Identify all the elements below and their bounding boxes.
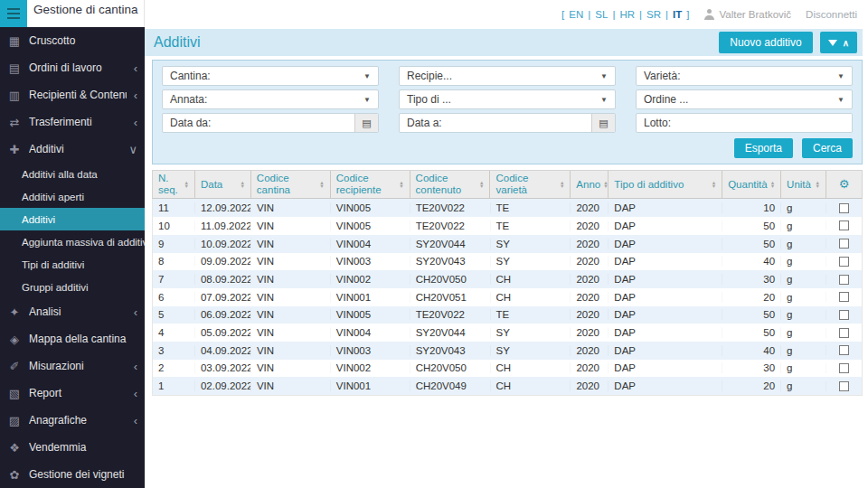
cell-seq: 6: [153, 292, 194, 303]
sidebar-subitem-additivi[interactable]: Additivi: [0, 208, 145, 230]
column-header-data[interactable]: Data: [194, 171, 250, 198]
language-link-sr[interactable]: SR: [646, 9, 661, 20]
sidebar-subitem-tipi-di-additivi[interactable]: Tipi di additivi: [0, 253, 145, 276]
data-da-calendar-button[interactable]: ▤: [354, 114, 378, 132]
table-row[interactable]: 9 10.09.2022 VIN VIN004 SY20V044 SY 2020…: [153, 235, 862, 253]
tipo-additivo-filter-dropdown[interactable]: Tipo di ... ▼: [399, 89, 616, 109]
cell-codice-varieta: CH: [490, 292, 571, 303]
row-checkbox[interactable]: [839, 345, 849, 355]
column-header-unita[interactable]: Unità: [780, 171, 826, 198]
table-row[interactable]: 11 12.09.2022 VIN VIN005 TE20V022 TE 202…: [153, 199, 862, 217]
column-header-seq[interactable]: N. seq.: [153, 171, 194, 198]
table-row[interactable]: 3 04.09.2022 VIN VIN003 SY20V043 SY 2020…: [153, 342, 862, 360]
topbar: [ EN | SL | HR | SR | IT ] Valter Bratko…: [145, 0, 868, 29]
data-a-input[interactable]: [442, 114, 591, 132]
cell-codice-cantina: VIN: [250, 309, 330, 320]
column-settings-button[interactable]: ⚙: [826, 171, 862, 198]
row-checkbox[interactable]: [839, 221, 849, 230]
row-checkbox[interactable]: [839, 328, 849, 338]
sidebar-item-gestione-dei-vigneti[interactable]: ✿ Gestione dei vigneti: [0, 461, 145, 488]
cell-codice-recipiente: VIN005: [330, 309, 410, 320]
cell-anno: 2020: [570, 292, 608, 303]
logout-link[interactable]: Disconnetti: [806, 9, 857, 20]
cell-data: 12.09.2022: [194, 202, 250, 213]
table-row[interactable]: 5 06.09.2022 VIN VIN005 TE20V022 TE 2020…: [153, 306, 862, 324]
table-row[interactable]: 10 11.09.2022 VIN VIN005 TE20V022 TE 202…: [153, 217, 862, 235]
cantina-filter-dropdown[interactable]: Cantina: ▼: [162, 66, 379, 86]
lotto-input[interactable]: [671, 114, 852, 132]
sidebar-subitem-gruppi-additivi[interactable]: Gruppi additivi: [0, 276, 145, 298]
row-checkbox[interactable]: [839, 203, 849, 213]
cell-unita: g: [780, 309, 826, 320]
chevron-left-icon: ‹: [134, 61, 137, 75]
new-additive-button[interactable]: Nuovo additivo: [719, 32, 812, 53]
column-header-anno[interactable]: Anno: [570, 171, 608, 198]
cell-codice-cantina: VIN: [250, 256, 330, 267]
sidebar-subitem-aggiunta-massiva[interactable]: Aggiunta massiva di additivi: [0, 230, 145, 253]
sidebar-item-mappa-della-cantina[interactable]: ◈ Mappa della cantina: [0, 325, 145, 352]
cell-unita: g: [780, 221, 826, 231]
hamburger-menu-button[interactable]: [0, 0, 27, 27]
row-checkbox[interactable]: [839, 292, 849, 302]
sidebar-item-report[interactable]: ▧ Report ‹: [0, 380, 145, 407]
sidebar-item-analisi[interactable]: ✦ Analisi ‹: [0, 298, 145, 325]
sidebar-subitem-additivi-aperti[interactable]: Additivi aperti: [0, 185, 145, 208]
sidebar-item-cruscotto[interactable]: ▦ Cruscotto: [0, 27, 145, 54]
sidebar-item-ordini-di-lavoro[interactable]: ▤ Ordini di lavoro ‹: [0, 54, 145, 81]
sidebar-item-label: Gestione dei vigneti: [29, 468, 130, 481]
recipiente-filter-dropdown[interactable]: Recipie... ▼: [399, 66, 616, 86]
sidebar-item-recipienti-contenuti[interactable]: ▥ Recipienti & Contenuti ‹: [0, 81, 145, 108]
column-header-codice-cantina[interactable]: Codice cantina: [250, 171, 330, 198]
sidebar-subitem-additivi-alla-data[interactable]: Additivi alla data: [0, 163, 145, 185]
column-header-tipo-additivo[interactable]: Tipo di additivo: [608, 171, 722, 198]
row-checkbox[interactable]: [839, 257, 849, 267]
cell-codice-varieta: TE: [490, 309, 571, 320]
ordine-filter-dropdown[interactable]: Ordine ... ▼: [636, 89, 853, 109]
table-row[interactable]: 6 07.09.2022 VIN VIN001 CH20V051 CH 2020…: [153, 288, 862, 306]
language-link-it[interactable]: IT: [673, 9, 682, 20]
data-da-input[interactable]: [211, 114, 354, 132]
table-row[interactable]: 8 09.09.2022 VIN VIN003 SY20V043 SY 2020…: [153, 253, 862, 271]
cell-codice-contenuto: CH20V051: [410, 292, 490, 303]
language-link-hr[interactable]: HR: [619, 9, 635, 20]
cell-codice-recipiente: VIN005: [330, 221, 410, 231]
sidebar-item-misurazioni[interactable]: ✐ Misurazioni ‹: [0, 352, 145, 380]
filter-toggle-button[interactable]: ∧: [820, 32, 857, 53]
row-checkbox[interactable]: [839, 363, 849, 373]
sidebar-item-vendemmia[interactable]: ❖ Vendemmia: [0, 434, 145, 461]
recipiente-filter-label: Recipie...: [407, 70, 452, 82]
row-checkbox[interactable]: [839, 381, 849, 391]
data-a-calendar-button[interactable]: ▤: [591, 114, 615, 132]
dropdown-arrow-icon: ▼: [837, 96, 852, 104]
row-checkbox[interactable]: [839, 275, 849, 285]
cell-data: 10.09.2022: [194, 239, 250, 249]
annata-filter-dropdown[interactable]: Annata: ▼: [162, 89, 379, 109]
cell-codice-contenuto: CH20V050: [410, 362, 490, 373]
cell-codice-recipiente: VIN003: [330, 345, 410, 356]
column-header-quantita[interactable]: Quantità: [722, 171, 780, 198]
language-link-en[interactable]: EN: [569, 9, 583, 20]
table-row[interactable]: 2 03.09.2022 VIN VIN002 CH20V050 CH 2020…: [153, 360, 862, 378]
export-button[interactable]: Esporta: [734, 138, 793, 158]
column-header-codice-varieta[interactable]: Codice varietà: [489, 171, 570, 198]
row-checkbox[interactable]: [839, 239, 849, 249]
cell-seq: 3: [153, 345, 194, 356]
cell-actions: [826, 381, 862, 391]
cell-quantita: 20: [722, 380, 780, 391]
table-row[interactable]: 1 02.09.2022 VIN VIN001 CH20V049 CH 2020…: [153, 377, 862, 395]
cell-codice-varieta: SY: [490, 256, 571, 267]
table-row[interactable]: 7 08.09.2022 VIN VIN002 CH20V050 CH 2020…: [153, 270, 862, 288]
sidebar-item-anagrafiche[interactable]: ▨ Anagrafiche ‹: [0, 407, 145, 434]
column-header-codice-contenuto[interactable]: Codice contenuto: [410, 171, 490, 198]
row-checkbox[interactable]: [839, 310, 849, 320]
cell-quantita: 50: [722, 221, 780, 231]
search-button[interactable]: Cerca: [802, 138, 853, 158]
language-link-sl[interactable]: SL: [595, 9, 608, 20]
column-header-codice-recipiente[interactable]: Codice recipiente: [330, 171, 410, 198]
cell-codice-varieta: SY: [490, 327, 571, 338]
sidebar: Gestione di cantina ▦ Cruscotto ▤ Ordini…: [0, 0, 145, 488]
sidebar-item-additivi-group[interactable]: ✚ Additivi ∨: [0, 136, 145, 163]
varieta-filter-dropdown[interactable]: Varietà: ▼: [636, 66, 853, 86]
table-row[interactable]: 4 05.09.2022 VIN VIN004 SY20V044 SY 2020…: [153, 324, 862, 342]
sidebar-item-trasferimenti[interactable]: ⇄ Trasferimenti ‹: [0, 108, 145, 136]
